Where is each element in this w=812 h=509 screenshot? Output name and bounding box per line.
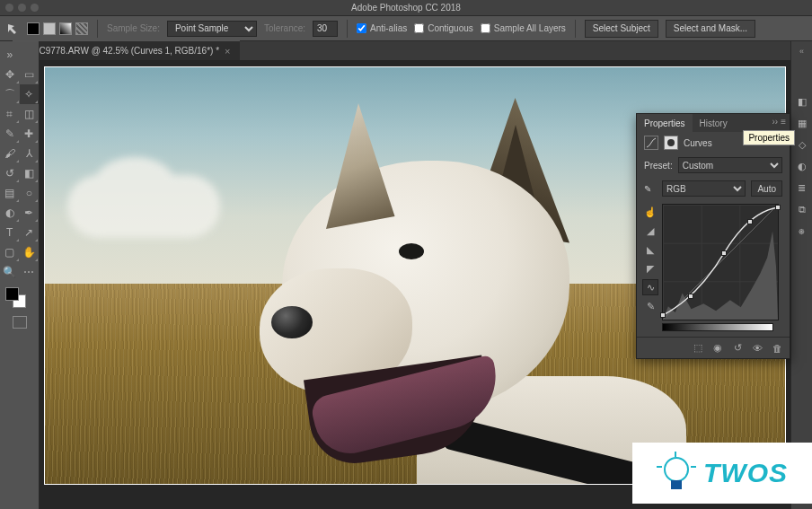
separator <box>575 20 576 38</box>
quick-mask-toggle[interactable] <box>0 316 39 329</box>
clip-to-layer-icon[interactable]: ⬚ <box>691 341 705 355</box>
spot-heal-tool[interactable]: ✚ <box>20 124 40 144</box>
curve-point[interactable] <box>775 205 781 210</box>
libraries-panel-icon[interactable]: ◇ <box>794 136 810 153</box>
dodge-tool[interactable]: ◐ <box>0 203 20 223</box>
history-brush-tool[interactable]: ↺ <box>0 163 20 183</box>
curve-point-tool-icon[interactable]: ∿ <box>642 279 658 295</box>
layers-panel-icon[interactable]: ≣ <box>794 180 810 196</box>
color-panel-icon[interactable]: ◧ <box>794 93 810 110</box>
curve-draw-tool-icon[interactable]: ✎ <box>642 298 658 314</box>
document-tab-close-icon[interactable]: × <box>225 46 230 57</box>
separator <box>347 20 348 38</box>
tolerance-input[interactable] <box>313 21 338 37</box>
panel-menu-icon[interactable]: ≡ <box>781 117 786 127</box>
marquee-tool[interactable]: ▭ <box>20 65 40 84</box>
crop-tool[interactable]: ⌗ <box>0 104 20 124</box>
tab-history[interactable]: History <box>693 114 735 132</box>
window-traffic-lights <box>5 4 39 12</box>
sample-size-select[interactable]: Point Sample <box>167 21 257 37</box>
sample-size-label: Sample Size: <box>107 23 160 33</box>
anti-alias-checkbox[interactable] <box>357 23 366 33</box>
traffic-close-icon[interactable] <box>5 4 13 12</box>
tolerance-label: Tolerance: <box>264 23 305 33</box>
panel-collapse-icon[interactable]: ›› <box>772 117 778 127</box>
curve-point[interactable] <box>660 312 666 318</box>
delete-icon[interactable]: 🗑 <box>770 341 784 355</box>
fill-fg-swatch[interactable] <box>43 22 56 35</box>
channels-panel-icon[interactable]: ⧉ <box>794 201 810 217</box>
contiguous-label: Contiguous <box>428 23 473 33</box>
select-and-mask-button[interactable]: Select and Mask... <box>666 20 755 38</box>
eyedropper-tool[interactable]: ✎ <box>0 124 20 144</box>
type-tool[interactable]: T <box>0 223 20 242</box>
adjustment-name: Curves <box>684 138 712 148</box>
fill-pattern-swatch[interactable] <box>75 22 88 35</box>
preset-select[interactable]: Custom <box>678 157 782 173</box>
brush-tool[interactable]: 🖌 <box>0 144 20 163</box>
reset-icon[interactable]: ↺ <box>730 341 745 355</box>
left-toolbar: » ✥▭ ⌒✧ ⌗◫ ✎✚ 🖌⅄ ↺◧ ▤○ ◐✒ T↗ ▢✋ 🔍⋯ <box>0 41 40 509</box>
toggle-toolbar-icon[interactable]: » <box>0 45 20 65</box>
blur-tool[interactable]: ○ <box>20 183 40 203</box>
hand-tool[interactable]: ✋ <box>20 242 40 262</box>
gray-eyedropper-icon[interactable]: ◣ <box>642 241 658 258</box>
current-tool-icon[interactable] <box>5 22 20 36</box>
sample-all-option[interactable]: Sample All Layers <box>481 23 566 33</box>
eraser-tool[interactable]: ◧ <box>20 163 40 183</box>
pen-tool[interactable]: ✒ <box>20 203 40 223</box>
curves-graph[interactable] <box>662 204 779 320</box>
tab-properties[interactable]: Properties <box>637 114 693 132</box>
properties-panel: Properties History ›› ≡ Properties Curve… <box>636 113 790 359</box>
move-tool[interactable]: ✥ <box>0 65 20 84</box>
traffic-minimize-icon[interactable] <box>18 4 26 12</box>
anti-alias-option[interactable]: Anti-alias <box>357 23 407 33</box>
frame-tool[interactable]: ◫ <box>20 104 40 124</box>
magic-wand-tool[interactable]: ✧ <box>20 84 40 104</box>
edit-toolbar[interactable]: ⋯ <box>20 262 40 282</box>
input-gradient[interactable] <box>662 323 773 331</box>
panel-bottom-bar: ⬚ ◉ ↺ 👁 🗑 <box>637 337 790 358</box>
contiguous-option[interactable]: Contiguous <box>414 23 473 33</box>
preset-label: Preset: <box>644 161 673 171</box>
auto-button[interactable]: Auto <box>751 180 782 197</box>
separator <box>97 20 98 38</box>
channel-select[interactable]: RGB <box>662 180 746 197</box>
view-previous-icon[interactable]: ◉ <box>710 341 725 355</box>
twos-logo-text: TWOS <box>703 458 788 488</box>
color-swatches[interactable] <box>4 287 35 311</box>
document-tab[interactable]: _DSC9778.ARW @ 42.5% (Curves 1, RGB/16*)… <box>13 40 240 60</box>
sample-all-checkbox[interactable] <box>481 23 490 33</box>
curves-side-tools: ☝ ◢ ◣ ◤ ∿ ✎ <box>642 204 658 331</box>
paths-panel-icon[interactable]: ⎈ <box>794 223 810 239</box>
clone-tool[interactable]: ⅄ <box>20 144 40 163</box>
document-tabs: _DSC9778.ARW @ 42.5% (Curves 1, RGB/16*)… <box>0 41 812 61</box>
white-eyedropper-icon[interactable]: ◢ <box>642 223 658 239</box>
right-dock-strip: « ◧ ▦ ◇ ◐ ≣ ⧉ ⎈ <box>790 41 812 509</box>
contiguous-checkbox[interactable] <box>414 23 424 33</box>
curve-point[interactable] <box>688 294 693 299</box>
zoom-tool[interactable]: 🔍 <box>0 262 20 282</box>
channel-eyedropper-icon[interactable]: ✎ <box>644 184 657 194</box>
fill-gradient-swatch[interactable] <box>59 22 72 35</box>
expand-dock-icon[interactable]: « <box>793 47 811 56</box>
layer-mask-icon[interactable] <box>664 136 678 150</box>
visibility-icon[interactable]: 👁 <box>750 341 764 355</box>
curve-point[interactable] <box>747 219 753 224</box>
gradient-tool[interactable]: ▤ <box>0 183 20 203</box>
path-tool[interactable]: ↗ <box>20 223 40 242</box>
black-eyedropper-icon[interactable]: ◤ <box>642 260 658 276</box>
swatches-panel-icon[interactable]: ▦ <box>794 115 810 131</box>
lasso-tool[interactable]: ⌒ <box>0 84 20 104</box>
rectangle-tool[interactable]: ▢ <box>0 242 20 262</box>
traffic-zoom-icon[interactable] <box>31 4 39 12</box>
svg-point-0 <box>667 139 675 146</box>
panel-tab-bar: Properties History ›› ≡ <box>637 114 790 132</box>
select-subject-button[interactable]: Select Subject <box>585 20 658 38</box>
curve-point[interactable] <box>721 250 727 256</box>
fill-black-swatch[interactable] <box>27 22 40 35</box>
foreground-color-swatch[interactable] <box>5 287 19 301</box>
twos-bulb-icon <box>657 453 696 493</box>
adjustments-panel-icon[interactable]: ◐ <box>794 158 810 174</box>
target-adjust-tool-icon[interactable]: ☝ <box>642 204 658 220</box>
